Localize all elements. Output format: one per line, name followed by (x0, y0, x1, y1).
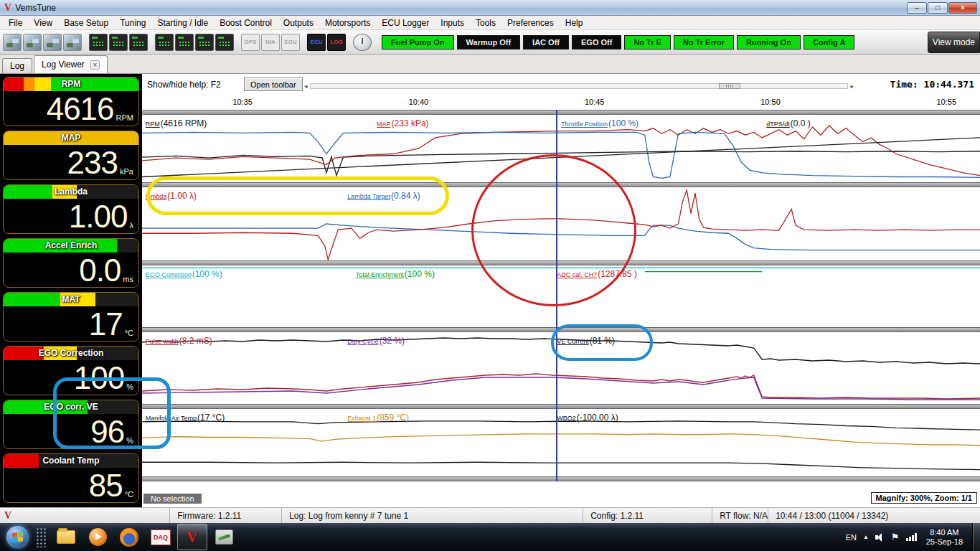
ecu-offline-icon[interactable]: ECU (281, 34, 300, 51)
status-config-a[interactable]: Config A (804, 35, 854, 50)
signal-label-lambda-target[interactable]: Lambda Target(0.84 λ) (347, 189, 420, 202)
statusbar-logo-icon: V (4, 510, 11, 522)
panel-separator (142, 182, 980, 187)
gauge-rpm: RPM4616RPM (3, 77, 139, 126)
signal-label-manifold-air-temp[interactable]: Manifold Air Temp(17 °C) (146, 410, 225, 423)
start-button[interactable] (6, 526, 29, 548)
signal-label-total-enrichment[interactable]: Total Enrichment(100 %) (356, 267, 435, 280)
status-running-on[interactable]: Running On (737, 35, 801, 50)
signal-label-exhaust-1[interactable]: Exhaust 1(859 °C) (347, 410, 409, 423)
taskbar-grip-handle[interactable] (36, 527, 46, 547)
taskbar-utility[interactable] (209, 524, 239, 550)
signal-value: (233 kPa) (392, 118, 429, 128)
taskbar-vemstune[interactable]: V (177, 524, 207, 550)
tab-label: Log (10, 61, 24, 71)
menu-item-base-setup[interactable]: Base Setup (58, 16, 114, 30)
close-button[interactable]: × (948, 2, 977, 14)
gps-icon[interactable]: GPS (241, 34, 260, 51)
signal-label-throttle-position[interactable]: Throttle Position(100 %) (561, 116, 639, 129)
show-desktop-button[interactable] (972, 523, 980, 551)
menu-item-ecu-logger[interactable]: ECU Logger (376, 16, 435, 30)
table-view-icon-3[interactable] (129, 34, 148, 51)
status-no-tr-e[interactable]: No Tr E (624, 35, 671, 50)
taskbar-daq[interactable]: DAQ (146, 524, 176, 550)
tab-close-icon[interactable]: × (90, 60, 100, 70)
chart-scrollbar[interactable]: ◂ ▸ (304, 82, 854, 90)
signal-label-pulse-width[interactable]: Pulse width(8.2 mS) (146, 334, 212, 347)
gauge-title: RPM (4, 77, 138, 91)
taskbar-clock[interactable]: 8:40 AM 25-Sep-18 (926, 528, 963, 547)
gauge-map: MAP233kPa (3, 131, 139, 180)
status-indicators: Fuel Pump OnWarmup OffIAC OffEGO OffNo T… (382, 35, 857, 50)
maximize-button[interactable]: □ (928, 2, 948, 14)
axis-tick: 10:55 (937, 98, 957, 106)
na-icon[interactable]: N/A (261, 34, 280, 51)
menu-item-starting-idle[interactable]: Starting / Idle (151, 16, 214, 30)
table-view-icon-1[interactable] (89, 34, 108, 51)
menu-item-outputs[interactable]: Outputs (278, 16, 319, 30)
table-view-icon-2[interactable] (109, 34, 128, 51)
signal-value: (81 %) (590, 336, 615, 346)
table-view-icon-6[interactable] (195, 34, 214, 51)
statusbar-field-2: Log: Log from kenny # 7 tune 1 (281, 508, 583, 523)
open-toolbar-button[interactable]: Open toolbar (244, 77, 303, 91)
scene-icon-2[interactable] (23, 34, 42, 51)
minimize-button[interactable]: – (907, 2, 927, 14)
ecu-log-icon[interactable]: LOG (327, 34, 346, 51)
taskbar-explorer[interactable] (51, 524, 81, 550)
menu-item-boost-control[interactable]: Boost Control (214, 16, 278, 30)
status-ego-off[interactable]: EGO Off (572, 35, 621, 50)
title-bar: V VemsTune – □ × (0, 0, 980, 16)
action-center-flag-icon[interactable]: ⚑ (891, 532, 900, 542)
signal-label-lambda[interactable]: lambda(1.00 λ) (146, 189, 197, 202)
scene-icon-1[interactable] (3, 34, 22, 51)
cursor-time-label: Time: 10:44.371 (890, 79, 974, 90)
menu-item-tools[interactable]: Tools (470, 16, 501, 30)
ecu-connect-icon[interactable]: ECU (307, 34, 326, 51)
signal-label-ve-current[interactable]: VE Current(81 %) (557, 334, 615, 347)
signal-label-ego-correction[interactable]: EGO Correction(100 %) (146, 267, 222, 280)
menu-item-view[interactable]: View (28, 16, 58, 30)
status-iac-off[interactable]: IAC Off (523, 35, 569, 50)
signal-label-rpm[interactable]: RPM(4616 RPM) (146, 116, 207, 129)
scrollbar-thumb[interactable] (719, 83, 740, 89)
table-view-icon-7[interactable] (215, 34, 234, 51)
menu-item-motorsports[interactable]: Motorsports (319, 16, 376, 30)
explorer-icon (57, 530, 75, 544)
gauge-unit: °C (125, 329, 133, 337)
status-warmup-off[interactable]: Warmup Off (457, 35, 521, 50)
scroll-left-arrow[interactable]: ◂ (304, 82, 308, 90)
scene-icon-4[interactable] (63, 34, 82, 51)
scene-icon-3[interactable] (43, 34, 62, 51)
signal-label-map[interactable]: MAP(233 kPa) (377, 116, 429, 129)
view-mode-button[interactable]: View mode (928, 32, 980, 53)
tab-log[interactable]: Log (2, 58, 32, 73)
menu-item-help[interactable]: Help (560, 16, 589, 30)
gauge-number: 233 (67, 147, 118, 179)
tab-log-viewer[interactable]: Log Viewer× (34, 55, 108, 73)
menu-item-tuning[interactable]: Tuning (114, 16, 151, 30)
network-icon[interactable] (906, 533, 917, 541)
volume-icon[interactable] (875, 533, 885, 542)
status-fuel-pump-on[interactable]: Fuel Pump On (382, 35, 454, 50)
menu-bar: FileViewBase SetupTuningStarting / IdleB… (0, 16, 980, 30)
tray-expand-icon[interactable]: ▲ (863, 534, 869, 540)
gauge-bar: Accel Enrich (4, 239, 138, 253)
scrollbar-track[interactable] (310, 83, 849, 89)
taskbar-firefox[interactable] (114, 524, 144, 550)
taskbar-media-player[interactable] (83, 524, 113, 550)
scroll-right-arrow[interactable]: ▸ (850, 82, 854, 90)
clock-icon[interactable] (353, 34, 372, 51)
language-indicator[interactable]: EN (846, 533, 857, 542)
signal-label-dtps-dt[interactable]: dTPS/dt(0.0 ) (766, 116, 811, 129)
status-no-tr-error[interactable]: No Tr Error (674, 35, 734, 50)
menu-item-file[interactable]: File (3, 16, 28, 30)
signal-label-wbo2[interactable]: WBO2(-100.00 λ) (557, 410, 618, 423)
signal-label-adc-cal-ch7[interactable]: ADC cal. CH7(1287.85 ) (557, 267, 637, 280)
table-view-icon-4[interactable] (155, 34, 174, 51)
time-cursor[interactable] (556, 110, 557, 481)
menu-item-preferences[interactable]: Preferences (501, 16, 560, 30)
signal-label-duty-cycle[interactable]: Duty Cycle(32 %) (347, 334, 405, 347)
table-view-icon-5[interactable] (175, 34, 194, 51)
menu-item-inputs[interactable]: Inputs (435, 16, 470, 30)
